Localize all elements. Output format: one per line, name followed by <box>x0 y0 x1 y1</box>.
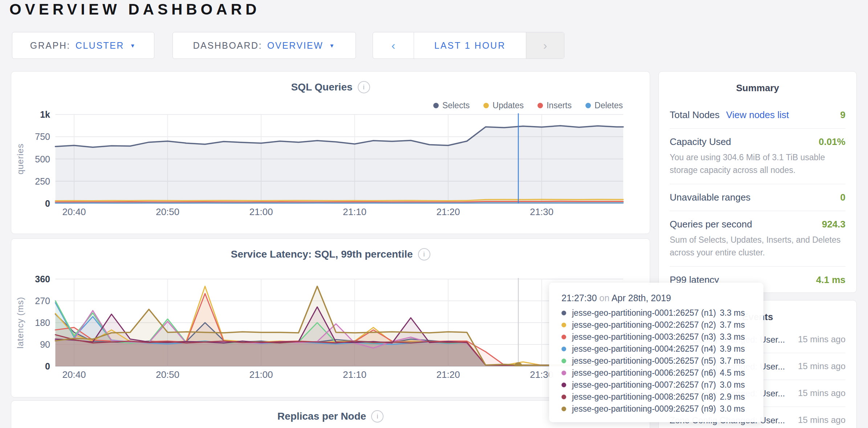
graph-dropdown-label: GRAPH: <box>30 40 70 51</box>
event-time: 15 mins ago <box>798 334 845 345</box>
unavailable-ranges-value: 0 <box>840 192 845 203</box>
event-time: 15 mins ago <box>798 360 845 372</box>
time-prev-button[interactable]: ‹ <box>373 32 414 58</box>
tooltip-node-name: jesse-geo-partitioning-0003:26257 (n3) <box>572 332 720 342</box>
tooltip-node-name: jesse-geo-partitioning-0006:26257 (n6) <box>572 368 720 378</box>
qps-value: 924.3 <box>822 219 845 230</box>
info-icon[interactable]: i <box>358 81 370 93</box>
series-dot-icon <box>561 383 566 387</box>
tooltip-node-row: jesse-geo-partitioning-0008:26257 (n8)2.… <box>561 391 753 403</box>
tooltip-node-name: jesse-geo-partitioning-0008:26257 (n8) <box>572 392 720 402</box>
legend-item-inserts[interactable]: Inserts <box>538 101 572 110</box>
legend-label: Updates <box>492 101 524 110</box>
tooltip-node-name: jesse-geo-partitioning-0002:26257 (n2) <box>572 320 720 330</box>
selects-dot-icon <box>433 103 439 108</box>
series-dot-icon <box>561 371 566 375</box>
tooltip-node-name: jesse-geo-partitioning-0004:26257 (n4) <box>572 344 720 354</box>
time-range-button[interactable]: LAST 1 HOUR <box>414 32 526 58</box>
overview-dashboard-page: OVERVIEW DASHBOARD GRAPH: CLUSTER ▼ DASH… <box>0 0 868 428</box>
summary-card: Summary Total Nodes View nodes list 9 Ca… <box>658 71 857 293</box>
chevron-right-icon: › <box>543 39 547 52</box>
tooltip-rows: jesse-geo-partitioning-0001:26257 (n1)3.… <box>561 307 753 415</box>
service-latency-title-row: Service Latency: SQL, 99th percentile i <box>11 248 650 261</box>
time-window-control: ‹ LAST 1 HOUR › <box>373 32 564 59</box>
tooltip-node-row: jesse-geo-partitioning-0005:26257 (n5)3.… <box>561 355 753 367</box>
replicas-per-node-title: Replicas per Node <box>277 411 366 422</box>
capacity-used-label: Capacity Used <box>670 136 731 148</box>
tooltip-node-name: jesse-geo-partitioning-0001:26257 (n1) <box>572 308 720 318</box>
chevron-down-icon: ▼ <box>130 43 136 49</box>
tooltip-node-value: 3.7 ms <box>720 356 753 366</box>
tooltip-node-row: jesse-geo-partitioning-0002:26257 (n2)3.… <box>561 319 753 331</box>
tooltip-node-name: jesse-geo-partitioning-0007:26257 (n7) <box>572 380 720 390</box>
dashboard-dropdown-label: DASHBOARD: <box>193 40 262 51</box>
legend-label: Selects <box>442 101 470 110</box>
info-icon[interactable]: i <box>371 410 384 423</box>
series-dot-icon <box>561 311 566 315</box>
tooltip-node-value: 3.0 ms <box>720 404 753 414</box>
page-title: OVERVIEW DASHBOARD <box>9 1 260 18</box>
tooltip-node-row: jesse-geo-partitioning-0007:26257 (n7)3.… <box>561 379 753 391</box>
sql-queries-panel: SQL Queries i Selects Updates Inserts De… <box>11 71 650 234</box>
qps-subtext: Sum of Selects, Updates, Inserts, and De… <box>670 234 845 259</box>
legend-item-updates[interactable]: Updates <box>483 101 524 110</box>
total-nodes-label: Total Nodes <box>670 109 719 121</box>
tooltip-node-value: 2.9 ms <box>720 392 753 402</box>
p99-latency-value: 4.1 ms <box>816 274 845 286</box>
dashboard-dropdown-value: OVERVIEW <box>267 40 323 51</box>
event-time: 15 mins ago <box>798 414 845 426</box>
graph-dropdown[interactable]: GRAPH: CLUSTER ▼ <box>12 32 154 59</box>
info-icon[interactable]: i <box>418 248 430 261</box>
chart-hover-tooltip: 21:27:30 on Apr 28th, 2019 jesse-geo-par… <box>549 283 763 422</box>
tooltip-node-name: jesse-geo-partitioning-0009:26257 (n9) <box>572 404 720 414</box>
inserts-dot-icon <box>538 103 543 108</box>
dashboard-dropdown[interactable]: DASHBOARD: OVERVIEW ▼ <box>173 32 356 59</box>
tooltip-node-value: 3.3 ms <box>720 332 753 342</box>
legend-label: Inserts <box>547 101 572 110</box>
legend-label: Deletes <box>595 101 623 110</box>
tooltip-node-row: jesse-geo-partitioning-0006:26257 (n6)4.… <box>561 367 753 379</box>
total-nodes-value: 9 <box>840 109 845 121</box>
tooltip-node-value: 3.9 ms <box>720 344 753 354</box>
series-dot-icon <box>561 335 566 339</box>
tooltip-node-row: jesse-geo-partitioning-0009:26257 (n9)3.… <box>561 403 753 415</box>
updates-dot-icon <box>483 103 489 108</box>
tooltip-node-name: jesse-geo-partitioning-0005:26257 (n5) <box>572 356 720 366</box>
legend-item-deletes[interactable]: Deletes <box>585 101 623 110</box>
graph-dropdown-value: CLUSTER <box>76 40 124 51</box>
qps-label: Queries per second <box>670 219 752 230</box>
series-dot-icon <box>561 359 566 363</box>
time-next-button[interactable]: › <box>526 32 564 58</box>
sql-queries-legend: Selects Updates Inserts Deletes <box>433 101 623 110</box>
tooltip-node-value: 3.7 ms <box>720 320 753 330</box>
series-dot-icon <box>561 395 566 399</box>
chevron-left-icon: ‹ <box>392 39 396 52</box>
deletes-dot-icon <box>585 103 591 108</box>
series-dot-icon <box>561 323 566 327</box>
capacity-used-subtext: You are using 304.6 MiB of 3.1 TiB usabl… <box>670 151 845 176</box>
sql-queries-title-row: SQL Queries i <box>11 81 650 93</box>
tooltip-node-value: 3.3 ms <box>720 308 753 318</box>
tooltip-timestamp: 21:27:30 on Apr 28th, 2019 <box>561 293 753 303</box>
event-time: 15 mins ago <box>798 387 845 399</box>
service-latency-title: Service Latency: SQL, 99th percentile <box>231 249 413 260</box>
tooltip-node-value: 3.0 ms <box>720 380 753 390</box>
unavailable-ranges-label: Unavailable ranges <box>670 192 751 203</box>
tooltip-node-row: jesse-geo-partitioning-0004:26257 (n4)3.… <box>561 343 753 355</box>
legend-item-selects[interactable]: Selects <box>433 101 470 110</box>
tooltip-node-value: 4.5 ms <box>720 368 753 378</box>
tooltip-node-row: jesse-geo-partitioning-0001:26257 (n1)3.… <box>561 307 753 319</box>
series-dot-icon <box>561 407 566 411</box>
series-dot-icon <box>561 347 566 351</box>
sql-queries-title: SQL Queries <box>291 81 352 93</box>
chevron-down-icon: ▼ <box>329 43 335 49</box>
tooltip-node-row: jesse-geo-partitioning-0003:26257 (n3)3.… <box>561 331 753 343</box>
summary-title: Summary <box>670 72 845 94</box>
capacity-used-value: 0.01% <box>819 136 845 148</box>
view-nodes-list-link[interactable]: View nodes list <box>726 109 789 121</box>
